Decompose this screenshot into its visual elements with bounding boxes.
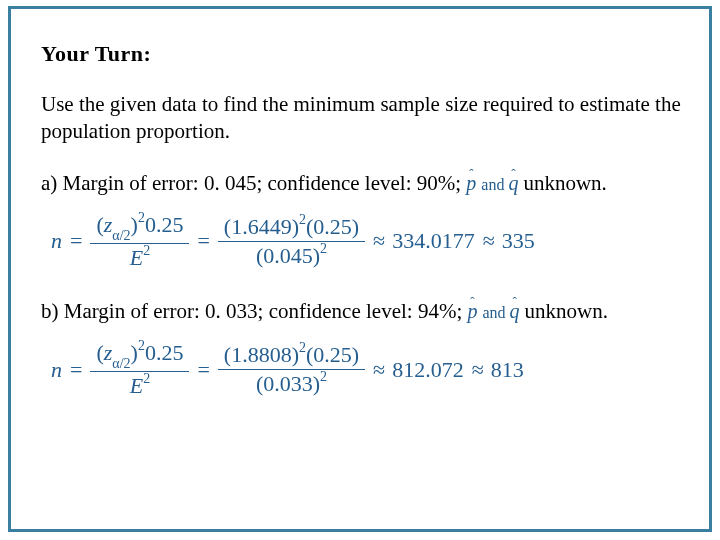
part-b-text-before: b) Margin of error: 0. 033; confidence l… [41,299,467,323]
q-hat-symbol: q [508,170,518,196]
p-hat-symbol: p [466,170,476,196]
p-hat-symbol: p [467,298,477,324]
symbolic-product: 0.25 [145,212,184,237]
product-a: 0.25 [313,214,352,239]
result-decimal-a: 334.0177 [392,228,475,254]
equals-sign: = [70,228,82,254]
E-symbol: E [130,373,143,398]
n-symbol: n [51,228,62,254]
result-decimal-b: 812.072 [392,357,464,383]
part-a-line: a) Margin of error: 0. 045; confidence l… [41,170,683,197]
z-value-a: 1.6449 [231,214,292,239]
equals-sign: = [197,228,209,254]
approx-sign: ≈ [483,228,494,254]
E-symbol: E [130,245,143,270]
e-value-b: 0.033 [263,372,313,397]
q-hat-symbol: q [510,298,520,324]
product-b: 0.25 [313,342,352,367]
equals-sign: = [70,357,82,383]
prompt-text: Use the given data to find the minimum s… [41,91,683,146]
document-frame: Your Turn: Use the given data to find th… [8,6,712,532]
result-rounded-a: 335 [502,228,535,254]
z-subscript: α/2 [112,356,130,371]
fraction-symbolic-a: (zα/2)20.25 E2 [90,211,189,272]
symbolic-product: 0.25 [145,341,184,366]
n-symbol: n [51,357,62,383]
fraction-symbolic-b: (zα/2)20.25 E2 [90,339,189,400]
fraction-numeric-a: (1.6449)2(0.25) (0.045)2 [218,213,365,271]
equals-sign: = [197,357,209,383]
approx-sign: ≈ [373,357,384,383]
and-word: and [481,176,508,193]
approx-sign: ≈ [472,357,483,383]
fraction-numeric-b: (1.8808)2(0.25) (0.033)2 [218,341,365,399]
part-a-text-before: a) Margin of error: 0. 045; confidence l… [41,171,466,195]
equation-a: n = (zα/2)20.25 E2 = (1.6449)2(0.25) (0.… [41,211,683,272]
z-value-b: 1.8808 [231,342,292,367]
part-b-line: b) Margin of error: 0. 033; confidence l… [41,298,683,325]
approx-sign: ≈ [373,228,384,254]
part-b-text-after: unknown. [525,299,608,323]
e-value-a: 0.045 [263,243,313,268]
p-hat-q-hat: p and q [467,300,524,322]
and-word: and [482,304,509,321]
section-title: Your Turn: [41,41,683,67]
part-a-text-after: unknown. [523,171,606,195]
z-subscript: α/2 [112,228,130,243]
p-hat-q-hat: p and q [466,172,523,194]
equation-b: n = (zα/2)20.25 E2 = (1.8808)2(0.25) (0.… [41,339,683,400]
result-rounded-b: 813 [491,357,524,383]
